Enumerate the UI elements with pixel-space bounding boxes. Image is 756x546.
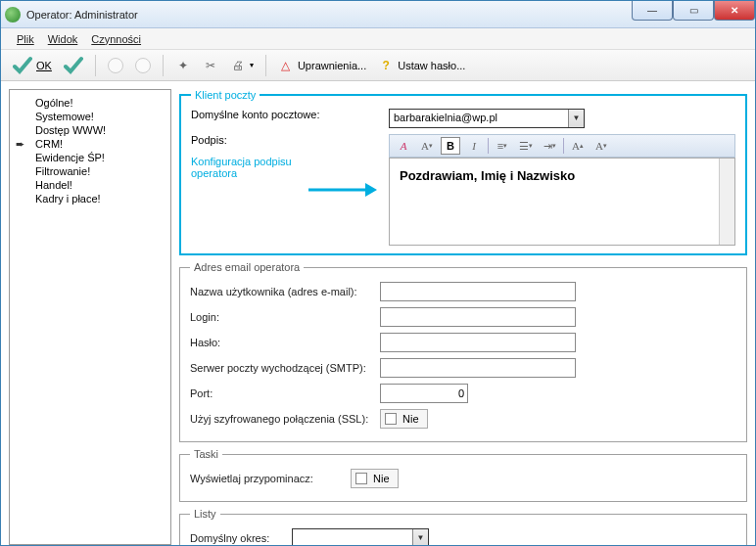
close-button[interactable]: ✕ [714, 1, 755, 21]
sidebar-item-dostep-www[interactable]: Dostęp WWW! [14, 123, 166, 137]
check-icon [64, 56, 83, 75]
sidebar-item-systemowe[interactable]: Systemowe! [14, 110, 166, 123]
list-button[interactable]: ☰▾ [516, 137, 536, 155]
svg-marker-1 [365, 183, 377, 197]
wyswietlaj-label: Wyświetlaj przypominacz: [190, 473, 351, 484]
indent-button[interactable]: ⇥▾ [540, 137, 559, 155]
titlebar: Operator: Administrator — ▭ ✕ [1, 1, 755, 28]
klient-poczty-legend: Klient poczty [191, 89, 260, 101]
sidebar-item-ogolne[interactable]: Ogólne! [14, 96, 166, 110]
haslo-input[interactable] [380, 333, 576, 352]
okres-combo[interactable]: ▼ [292, 528, 429, 545]
print-icon: 🖨 [230, 58, 246, 73]
font-button[interactable]: A▾ [417, 137, 437, 155]
klient-poczty-group: Klient poczty Domyślne konto pocztowe: b… [179, 89, 747, 255]
uprawnienia-button[interactable]: △ Uprawnienia... [274, 56, 370, 75]
arrow-right-icon [135, 58, 151, 73]
domyslne-konto-combo[interactable]: barbarakielnia@wp.pl ▼ [389, 109, 585, 128]
sidebar-item-kadry[interactable]: Kadry i płace! [14, 192, 166, 205]
login-input[interactable] [380, 307, 576, 327]
listy-legend: Listy [190, 508, 220, 520]
uprawnienia-label: Uprawnienia... [298, 60, 366, 71]
wyswietlaj-checkbox[interactable]: Nie [351, 469, 399, 488]
app-icon [5, 7, 21, 23]
apply-button[interactable] [60, 54, 87, 77]
ustaw-haslo-button[interactable]: ? Ustaw hasło... [374, 56, 469, 75]
align-button[interactable]: ≡▾ [493, 137, 512, 155]
toolbar: OK ✦ ✂ 🖨▾ △ Uprawnienia... ? Ustaw hasło… [1, 50, 755, 81]
warning-icon: △ [278, 58, 294, 73]
menu-czynnosci[interactable]: Czynności [91, 33, 141, 45]
ok-label: OK [36, 60, 52, 71]
wand-icon: ✦ [175, 58, 191, 73]
domyslne-konto-label: Domyślne konto pocztowe: [191, 109, 381, 120]
menu-plik[interactable]: Plik [17, 33, 34, 45]
maximize-button[interactable]: ▭ [673, 1, 714, 21]
ssl-label: Użyj szyfrowanego połączenia (SSL): [190, 413, 380, 425]
adres-email-group: Adres email operatora Nazwa użytkownika … [179, 261, 747, 442]
toolbar-print[interactable]: 🖨▾ [226, 56, 258, 75]
sidebar-item-ewidencje[interactable]: Ewidencje ŚP! [14, 151, 166, 164]
ok-button[interactable]: OK [9, 54, 56, 77]
ssl-checkbox[interactable]: Nie [380, 409, 428, 429]
haslo-label: Hasło: [190, 337, 380, 348]
port-label: Port: [190, 387, 380, 399]
nazwa-label: Nazwa użytkownika (adres e-mail): [190, 286, 380, 297]
taski-legend: Taski [190, 448, 222, 460]
bold-button[interactable]: B [441, 137, 460, 155]
nazwa-input[interactable] [380, 282, 576, 301]
chevron-down-icon: ▼ [568, 110, 584, 127]
minimize-button[interactable]: — [632, 1, 673, 21]
font-increase-button[interactable]: A▴ [568, 137, 588, 155]
arrow-left-icon [108, 58, 123, 73]
adres-email-legend: Adres email operatora [190, 261, 304, 273]
scrollbar[interactable] [719, 159, 734, 245]
podpis-label: Podpis: [191, 134, 227, 146]
smtp-label: Serwer poczty wychodzącej (SMTP): [190, 362, 380, 374]
nav-forward-button[interactable] [131, 56, 155, 75]
sidebar-item-crm[interactable]: CRM! [14, 137, 166, 151]
italic-button[interactable]: I [464, 137, 484, 155]
signature-text: Pozdrawiam, Imię i Nazwisko [390, 159, 719, 245]
font-color-button[interactable]: A [394, 137, 413, 155]
toolbar-tool2[interactable]: ✂ [199, 56, 222, 75]
rtf-toolbar: A A▾ B I ≡▾ ☰▾ ⇥▾ A▴ A▾ [389, 134, 735, 158]
sidebar: Ogólne! Systemowe! Dostęp WWW! CRM! Ewid… [9, 89, 171, 545]
menubar: Plik Widok Czynności [1, 28, 755, 50]
signature-editor[interactable]: Pozdrawiam, Imię i Nazwisko [389, 158, 735, 246]
okres-label: Domyślny okres: [190, 532, 292, 544]
port-input[interactable] [380, 384, 468, 403]
smtp-input[interactable] [380, 358, 576, 378]
question-icon: ? [378, 58, 394, 73]
signature-hint: Konfiguracja podpisu operatora [191, 146, 381, 179]
listy-group: Listy Domyślny okres: ▼ [179, 508, 747, 545]
tools-icon: ✂ [203, 58, 218, 73]
arrow-right-icon [308, 181, 377, 199]
check-icon [13, 56, 32, 75]
nav-back-button[interactable] [104, 56, 127, 75]
sidebar-item-filtrowanie[interactable]: Filtrowanie! [14, 164, 166, 178]
menu-widok[interactable]: Widok [48, 33, 78, 45]
taski-group: Taski Wyświetlaj przypominacz: Nie [179, 448, 747, 502]
sidebar-item-handel[interactable]: Handel! [14, 178, 166, 192]
chevron-down-icon: ▼ [412, 529, 428, 545]
toolbar-tool1[interactable]: ✦ [171, 56, 195, 75]
domyslne-konto-value: barbarakielnia@wp.pl [390, 110, 568, 127]
okres-value [293, 529, 412, 545]
ustaw-haslo-label: Ustaw hasło... [398, 60, 465, 71]
font-decrease-button[interactable]: A▾ [591, 137, 611, 155]
login-label: Login: [190, 311, 380, 323]
